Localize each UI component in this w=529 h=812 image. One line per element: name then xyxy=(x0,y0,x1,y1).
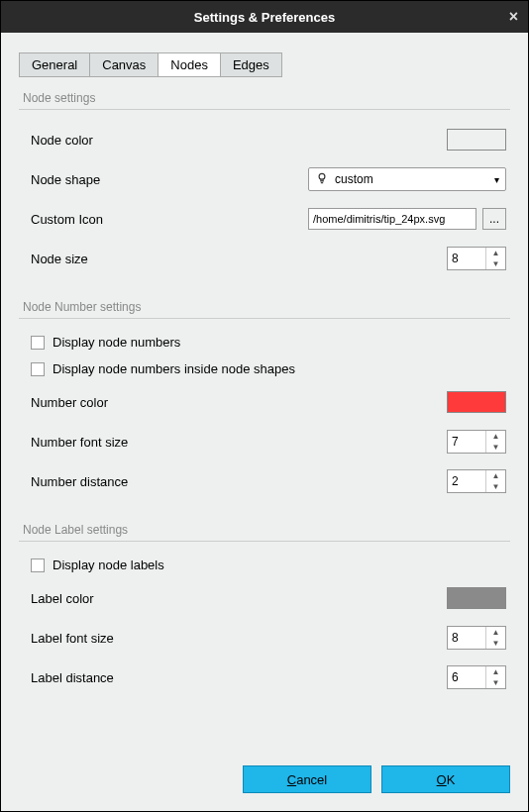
row-node-color: Node color xyxy=(19,120,510,159)
ok-button[interactable]: OK xyxy=(381,765,510,793)
label-distance-label: Label distance xyxy=(31,670,447,685)
arrow-up-icon[interactable]: ▲ xyxy=(486,666,505,677)
tab-edges[interactable]: Edges xyxy=(220,52,282,77)
label-font-size-input[interactable] xyxy=(448,627,485,649)
row-display-inside: Display node numbers inside node shapes xyxy=(19,355,510,382)
display-labels-checkbox[interactable] xyxy=(31,558,45,572)
settings-dialog: Settings & Preferences × General Canvas … xyxy=(0,0,529,812)
row-custom-icon: Custom Icon ... xyxy=(19,199,510,239)
arrow-down-icon[interactable]: ▼ xyxy=(486,638,505,649)
number-distance-spinner[interactable]: ▲▼ xyxy=(447,469,506,493)
row-node-size: Node size ▲▼ xyxy=(19,239,510,278)
display-inside-label: Display node numbers inside node shapes xyxy=(53,361,295,376)
number-color-swatch[interactable] xyxy=(447,391,506,413)
tabs-bar: General Canvas Nodes Edges xyxy=(19,52,510,77)
label-font-size-label: Label font size xyxy=(31,631,447,646)
label-color-swatch[interactable] xyxy=(447,587,506,609)
display-numbers-checkbox[interactable] xyxy=(31,336,45,350)
node-shape-label: Node shape xyxy=(31,172,308,187)
row-node-shape: Node shape custom ▾ xyxy=(19,159,510,199)
label-font-size-spinner[interactable]: ▲▼ xyxy=(447,626,506,650)
node-shape-select[interactable]: custom ▾ xyxy=(308,167,506,191)
custom-icon-label: Custom Icon xyxy=(31,212,308,227)
display-labels-label: Display node labels xyxy=(53,558,164,572)
arrow-up-icon[interactable]: ▲ xyxy=(486,627,505,638)
node-size-input[interactable] xyxy=(448,248,485,269)
node-color-swatch[interactable] xyxy=(447,129,506,151)
number-color-label: Number color xyxy=(31,395,447,410)
arrow-up-icon[interactable]: ▲ xyxy=(486,248,505,258)
label-distance-input[interactable] xyxy=(448,666,485,688)
row-number-distance: Number distance ▲▼ xyxy=(19,461,510,501)
window-title: Settings & Preferences xyxy=(194,10,335,25)
label-color-label: Label color xyxy=(31,591,447,606)
arrow-down-icon[interactable]: ▼ xyxy=(486,677,505,688)
button-bar: Cancel OK xyxy=(1,752,528,811)
row-display-numbers: Display node numbers xyxy=(19,329,510,355)
tab-nodes[interactable]: Nodes xyxy=(158,52,221,77)
row-number-font-size: Number font size ▲▼ xyxy=(19,422,510,461)
number-font-size-input[interactable] xyxy=(448,431,485,453)
arrow-up-icon[interactable]: ▲ xyxy=(486,470,505,481)
tab-canvas[interactable]: Canvas xyxy=(89,52,159,77)
number-font-size-spinner[interactable]: ▲▼ xyxy=(447,430,506,454)
row-label-font-size: Label font size ▲▼ xyxy=(19,618,510,658)
section-title-node-settings: Node settings xyxy=(19,83,510,110)
node-color-label: Node color xyxy=(31,133,447,148)
row-label-color: Label color xyxy=(19,578,510,618)
tab-general[interactable]: General xyxy=(19,52,90,77)
node-size-spinner[interactable]: ▲▼ xyxy=(447,247,506,270)
spinner-arrows: ▲▼ xyxy=(485,248,505,269)
arrow-down-icon[interactable]: ▼ xyxy=(486,481,505,492)
section-title-node-number: Node Number settings xyxy=(19,292,510,319)
row-display-labels: Display node labels xyxy=(19,552,510,578)
number-font-size-label: Number font size xyxy=(31,435,447,450)
content-area: General Canvas Nodes Edges Node settings… xyxy=(1,33,528,752)
arrow-down-icon[interactable]: ▼ xyxy=(486,258,505,269)
row-number-color: Number color xyxy=(19,382,510,422)
svg-point-0 xyxy=(319,173,325,179)
row-label-distance: Label distance ▲▼ xyxy=(19,658,510,697)
browse-button[interactable]: ... xyxy=(482,208,506,230)
titlebar: Settings & Preferences × xyxy=(1,1,528,33)
number-distance-input[interactable] xyxy=(448,470,485,492)
cancel-button[interactable]: Cancel xyxy=(243,765,371,793)
chevron-down-icon: ▾ xyxy=(494,174,499,185)
lightbulb-icon xyxy=(315,171,329,188)
node-size-label: Node size xyxy=(31,252,447,266)
section-title-node-label: Node Label settings xyxy=(19,515,510,542)
node-shape-value: custom xyxy=(335,172,373,186)
label-distance-spinner[interactable]: ▲▼ xyxy=(447,665,506,689)
display-numbers-label: Display node numbers xyxy=(53,335,180,350)
number-distance-label: Number distance xyxy=(31,474,447,489)
display-inside-checkbox[interactable] xyxy=(31,362,45,376)
custom-icon-input[interactable] xyxy=(308,208,476,230)
arrow-down-icon[interactable]: ▼ xyxy=(486,442,505,453)
arrow-up-icon[interactable]: ▲ xyxy=(486,431,505,442)
close-icon[interactable]: × xyxy=(509,8,518,26)
